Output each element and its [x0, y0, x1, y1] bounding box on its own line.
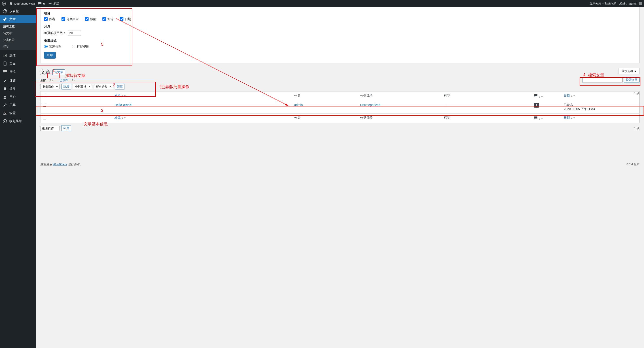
- th-date[interactable]: 日期: [564, 94, 570, 97]
- search-button[interactable]: 搜索文章: [624, 77, 640, 83]
- page-icon: [3, 61, 7, 66]
- post-comment-count[interactable]: 1: [534, 103, 539, 108]
- menu-tools[interactable]: 工具: [0, 101, 36, 109]
- table-header-row: 标题▲▼ 作者 分类目录 标签 ▲▼ 日期▲▼: [40, 92, 640, 101]
- site-home-link[interactable]: Depressed Wall: [9, 1, 35, 6]
- view-legend: 查看模式: [44, 39, 56, 43]
- select-all-checkbox-footer[interactable]: [43, 116, 46, 120]
- col-tags-toggle[interactable]: 标签: [85, 17, 96, 21]
- bulk-apply-button[interactable]: 应用: [61, 84, 71, 90]
- svg-point-5: [4, 112, 5, 112]
- my-account[interactable]: 您好， admin: [620, 2, 642, 6]
- bulk-action-select-bottom[interactable]: 批量操作: [40, 126, 60, 131]
- submenu-all-posts[interactable]: 所有文章: [0, 23, 36, 30]
- paging-fieldset: 分页 每页的项目数：: [44, 24, 636, 36]
- menu-appearance[interactable]: 外观: [0, 77, 36, 85]
- select-all-checkbox[interactable]: [43, 94, 46, 97]
- comment-icon: [534, 95, 538, 98]
- post-title-link[interactable]: Hello world!: [114, 103, 132, 107]
- user-icon: [3, 95, 7, 99]
- wordpress-link[interactable]: WordPress: [53, 162, 67, 166]
- col-categories-toggle[interactable]: 分类目录: [62, 17, 79, 21]
- add-new-post-button[interactable]: 写文章: [52, 69, 65, 75]
- media-icon: [3, 53, 7, 58]
- post-tags: —: [442, 101, 532, 114]
- menu-plugins[interactable]: 插件: [0, 85, 36, 93]
- th-tags: 标签: [442, 92, 532, 101]
- menu-settings[interactable]: 设置: [0, 109, 36, 117]
- sliders-icon: [3, 111, 7, 116]
- per-page-input[interactable]: [68, 30, 81, 36]
- submenu-new-post[interactable]: 写文章: [0, 30, 36, 37]
- svg-point-4: [4, 96, 6, 97]
- bulk-action-select[interactable]: 批量操作: [40, 84, 60, 89]
- search-input[interactable]: [582, 77, 622, 83]
- menu-dashboard[interactable]: 仪表盘: [0, 7, 36, 15]
- pin-icon: [3, 17, 7, 22]
- svg-point-3: [5, 55, 6, 56]
- promo-link[interactable]: 显示介绍 – TasteWP: [590, 2, 616, 6]
- content-area: 栏目 作者 分类目录 标签 评论 日期 分页 每页的项目数： 查看模式 紧凑视图…: [36, 7, 644, 348]
- screen-options-apply-button[interactable]: 应用: [44, 52, 56, 58]
- table-footer-row: 标题▲▼ 作者 分类目录 标签 ▲▼ 日期▲▼: [40, 114, 640, 123]
- menu-users[interactable]: 用户: [0, 93, 36, 101]
- admin-bar: Depressed Wall 0 新建 显示介绍 – TasteWP 您好， a…: [0, 0, 644, 7]
- menu-media[interactable]: 媒体: [0, 52, 36, 60]
- comments-count: 0: [43, 2, 45, 5]
- bulk-apply-button-bottom[interactable]: 应用: [61, 125, 71, 131]
- screen-options-toggle[interactable]: 显示选项 ▲: [618, 68, 640, 74]
- columns-legend: 栏目: [44, 12, 50, 16]
- comment-icon: [534, 116, 538, 120]
- col-date-toggle[interactable]: 日期: [120, 17, 131, 21]
- view-extended-radio[interactable]: 扩展视图: [72, 45, 89, 48]
- table-row: Hello world! admin Uncategorized — 1 已发布…: [40, 101, 640, 114]
- menu-pages[interactable]: 页面: [0, 60, 36, 68]
- posts-table: 标题▲▼ 作者 分类目录 标签 ▲▼ 日期▲▼ Hello world! adm…: [40, 91, 640, 123]
- items-count-top: 1 项: [634, 91, 640, 95]
- tf-title[interactable]: 标题: [114, 116, 121, 120]
- view-mode-fieldset: 查看模式 紧凑视图 扩展视图: [44, 39, 636, 49]
- wordpress-logo[interactable]: [2, 2, 6, 6]
- home-icon: [9, 1, 13, 6]
- th-title[interactable]: 标题: [114, 94, 121, 97]
- menu-collapse[interactable]: 收起菜单: [0, 117, 36, 125]
- th-author: 作者: [292, 92, 358, 101]
- post-category-link[interactable]: Uncategorized: [360, 103, 380, 107]
- col-author-toggle[interactable]: 作者: [44, 17, 55, 21]
- submenu-categories[interactable]: 分类目录: [0, 37, 36, 44]
- chevron-left-icon: [3, 119, 7, 124]
- comment-icon: [3, 69, 7, 74]
- filter-button[interactable]: 筛选: [115, 84, 125, 90]
- version-label: 6.5.4 版本: [626, 162, 640, 166]
- category-filter-select[interactable]: 所有分类: [94, 84, 113, 89]
- plug-icon: [3, 87, 7, 91]
- gauge-icon: [3, 9, 7, 14]
- menu-posts[interactable]: 文章: [0, 15, 36, 23]
- col-comments-toggle[interactable]: 评论: [102, 17, 114, 21]
- items-count-bottom: 1 项: [634, 126, 640, 130]
- view-compact-radio[interactable]: 紧凑视图: [44, 45, 62, 48]
- greeting: 您好，: [620, 2, 628, 6]
- posts-submenu: 所有文章 写文章 分类目录 标签: [0, 23, 36, 50]
- th-categories: 分类目录: [358, 92, 442, 101]
- row-checkbox[interactable]: [43, 103, 46, 107]
- avatar: [639, 2, 642, 5]
- comments-link[interactable]: 0: [38, 1, 45, 6]
- post-status-filter: 全部 （1） | 已发布 （1）: [40, 78, 640, 82]
- sort-icon: ▲▼: [538, 96, 543, 98]
- user-name: admin: [630, 2, 637, 5]
- new-content-link[interactable]: 新建: [48, 1, 59, 6]
- menu-comments[interactable]: 评论: [0, 68, 36, 76]
- post-author-link[interactable]: admin: [294, 103, 303, 107]
- filter-published[interactable]: 已发布: [60, 78, 68, 82]
- submenu-tags[interactable]: 标签: [0, 44, 36, 50]
- sort-icon: ▲▼: [121, 94, 126, 97]
- search-box: 搜索文章: [582, 77, 640, 83]
- screen-options-panel: 栏目 作者 分类目录 标签 评论 日期 分页 每页的项目数： 查看模式 紧凑视图…: [40, 7, 640, 63]
- date-filter-select[interactable]: 全部日期: [73, 84, 92, 89]
- svg-point-7: [4, 114, 5, 115]
- filter-all[interactable]: 全部: [40, 78, 46, 82]
- paging-legend: 分页: [44, 24, 50, 28]
- svg-rect-2: [3, 54, 7, 57]
- tf-date[interactable]: 日期: [564, 116, 570, 120]
